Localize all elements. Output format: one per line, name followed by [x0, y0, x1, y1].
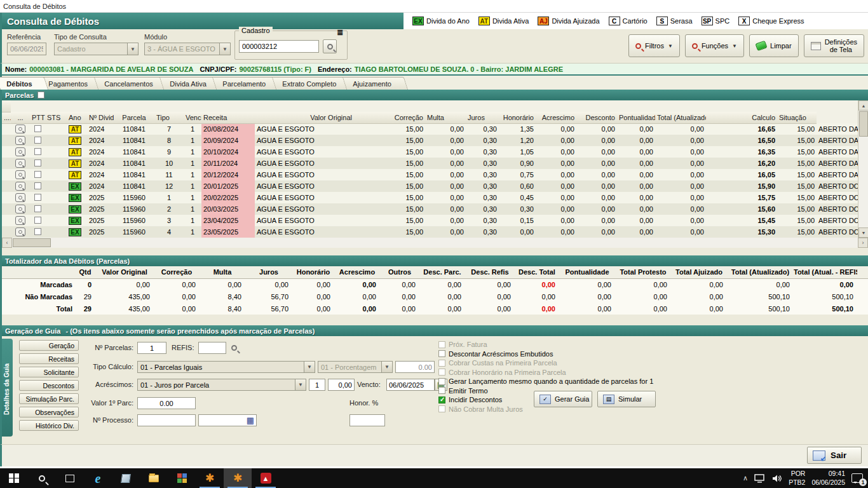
guia-nav-button[interactable]: Receitas — [19, 353, 79, 364]
row-checkbox[interactable] — [34, 182, 41, 189]
refis-search-button[interactable] — [227, 342, 240, 354]
row-detail-button[interactable] — [15, 147, 25, 156]
tab[interactable]: Cancelamentos — [94, 77, 170, 90]
row-detail-button[interactable] — [15, 182, 25, 191]
column-header[interactable]: Nº Divida — [87, 112, 114, 123]
file-explorer-button[interactable] — [140, 468, 168, 488]
option-checkbox[interactable] — [438, 387, 445, 394]
honor-input[interactable] — [349, 414, 385, 426]
erp-app-button[interactable]: ✱ — [196, 468, 224, 488]
row-detail-button[interactable] — [15, 125, 25, 133]
option-checkbox[interactable] — [438, 341, 445, 348]
row-checkbox[interactable] — [34, 148, 41, 155]
vertical-scrollbar[interactable]: ▲ ▼ — [858, 100, 868, 238]
column-header[interactable]: Multa — [425, 112, 466, 123]
horizontal-scrollbar[interactable]: ‹ › — [0, 238, 868, 248]
column-header[interactable]: Total (Atualizado) — [655, 112, 706, 123]
column-header[interactable]: Valor Original — [255, 112, 354, 123]
list-icon[interactable]: ≣ — [335, 28, 345, 37]
column-header[interactable]: Desconto — [576, 112, 617, 123]
table-row[interactable]: EX 2024 110841 12 1 20/01/2025 AGUA E ES… — [2, 180, 860, 192]
table-row[interactable]: AT 2024 110841 10 1 20/11/2024 AGUA E ES… — [2, 158, 860, 169]
processo-keypad-button[interactable]: ▦ — [244, 414, 257, 426]
column-header[interactable]: ... — [11, 112, 30, 123]
gerar-guia-button[interactable]: ✓ Gerar Guia — [534, 391, 592, 407]
row-checkbox[interactable] — [34, 205, 41, 212]
row-detail-button[interactable] — [15, 159, 25, 168]
column-header[interactable]: PTT — [30, 112, 45, 123]
speaker-icon[interactable] — [772, 474, 782, 483]
row-checkbox[interactable] — [34, 194, 41, 201]
row-checkbox[interactable] — [34, 159, 41, 166]
option-row[interactable]: Cobrar Custas na Primeira Parcela — [438, 358, 653, 368]
option-row[interactable]: Cobrar Honorário na Primeira Parcela — [438, 368, 653, 377]
column-header[interactable]: STS — [45, 112, 67, 123]
column-header[interactable]: Acrescimo — [536, 112, 576, 123]
table-row[interactable]: AT 2024 110841 9 1 20/10/2024 AGUA E ESG… — [2, 146, 860, 158]
limpar-button[interactable]: Limpar — [749, 34, 799, 57]
column-header[interactable]: Pontualidade — [617, 112, 655, 123]
tray-chevron-icon[interactable]: ∧ — [743, 474, 748, 482]
row-detail-button[interactable] — [15, 193, 25, 202]
tab[interactable]: Parcelamento — [212, 77, 282, 90]
tab[interactable]: Débitos — [0, 77, 49, 90]
tab[interactable]: Ajuizamento — [342, 77, 408, 90]
cadastro-search-button[interactable] — [323, 39, 337, 53]
n-parcelas-input[interactable] — [137, 342, 166, 354]
guia-nav-button[interactable]: Geração — [19, 340, 79, 351]
media-app-button[interactable] — [168, 468, 196, 488]
option-row[interactable]: Gerar Lançamento mesmo quando a quantida… — [438, 377, 653, 386]
scroll-up-icon[interactable]: ▲ — [858, 100, 868, 111]
column-header[interactable]: Tipo — [154, 112, 184, 123]
column-header[interactable]: Vencimento — [184, 112, 201, 123]
filtros-button[interactable]: Filtros ▼ — [628, 34, 680, 57]
horizontal-scroll-thumb[interactable] — [13, 238, 51, 247]
table-row[interactable]: EX 2025 115960 2 1 20/03/2025 AGUA E ESG… — [2, 203, 860, 215]
scroll-left-icon[interactable]: ‹ — [2, 238, 12, 248]
sair-button[interactable]: Sair — [807, 447, 862, 464]
language-indicator[interactable]: POR PTB2 — [789, 470, 805, 486]
table-row[interactable]: AT 2024 110841 11 1 20/12/2024 AGUA E ES… — [2, 169, 860, 180]
option-row[interactable]: Próx. Fatura — [438, 340, 653, 349]
action-center-icon[interactable]: 1 — [851, 473, 863, 483]
column-header[interactable]: Correção — [354, 112, 425, 123]
option-checkbox[interactable] — [438, 396, 445, 403]
cadastro-input[interactable] — [239, 40, 319, 53]
row-detail-button[interactable] — [15, 170, 25, 179]
option-row[interactable]: Descontar Acréscimos Embutidos — [438, 349, 653, 359]
task-view-button[interactable] — [56, 468, 84, 488]
option-checkbox[interactable] — [438, 360, 445, 367]
table-row[interactable]: AT 2024 110841 7 1 20/08/2024 AGUA E ESG… — [2, 123, 860, 135]
column-header[interactable]: Ano — [67, 112, 87, 123]
app-window-button[interactable] — [112, 468, 140, 488]
guia-nav-button[interactable]: Histórico Div. — [19, 420, 79, 431]
row-detail-button[interactable] — [15, 216, 25, 225]
internet-explorer-button[interactable]: e — [84, 468, 112, 488]
vertical-scroll-thumb[interactable] — [859, 111, 868, 137]
guia-nav-button[interactable]: Observações — [19, 407, 79, 417]
parcelas-checkbox[interactable] — [37, 92, 44, 98]
refis-input[interactable] — [198, 342, 226, 354]
option-checkbox[interactable] — [438, 350, 445, 357]
row-checkbox[interactable] — [34, 171, 41, 178]
modulo-select[interactable]: 3 - ÁGUA E ESGOTO ▼ — [144, 43, 231, 55]
row-detail-button[interactable] — [15, 205, 25, 214]
guia-nav-button[interactable]: Simulação Parc. — [19, 393, 79, 404]
row-checkbox[interactable] — [34, 137, 41, 144]
clock[interactable]: 09:41 06/06/2025 — [811, 470, 845, 486]
vencto-input[interactable] — [386, 379, 435, 391]
row-checkbox[interactable] — [34, 228, 41, 235]
table-row[interactable]: EX 2025 115960 1 1 20/02/2025 AGUA E ESG… — [2, 192, 860, 203]
acrescimos-qtd-input[interactable] — [309, 379, 325, 391]
column-header[interactable]: ...... — [2, 112, 11, 123]
simular-button[interactable]: ▤ Simular — [597, 391, 656, 407]
row-detail-button[interactable] — [15, 136, 25, 145]
column-header[interactable]: Receita — [201, 112, 255, 123]
guia-nav-button[interactable]: Descontos — [19, 380, 79, 391]
table-row[interactable]: AT 2024 110841 8 1 20/09/2024 AGUA E ESG… — [2, 135, 860, 146]
guia-nav-button[interactable]: Solicitante — [19, 367, 79, 377]
tipo-calculo-select[interactable]: 01 - Parcelas Iguais ▼ — [137, 361, 315, 373]
acrobat-button[interactable]: ▲ — [252, 468, 280, 488]
processo-input-1[interactable] — [137, 414, 196, 426]
option-checkbox[interactable] — [438, 369, 445, 376]
